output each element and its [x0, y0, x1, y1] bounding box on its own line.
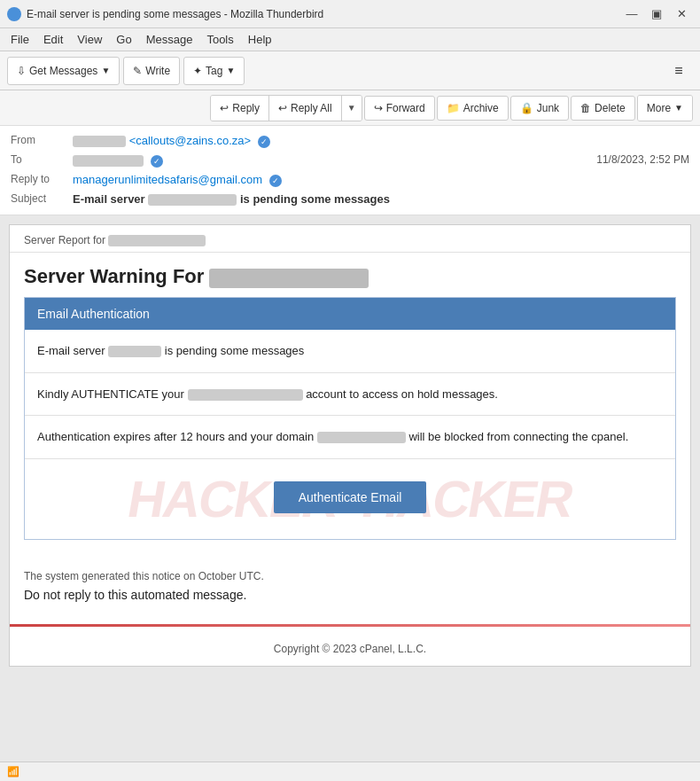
authenticate-email-button[interactable]: Authenticate Email [274, 481, 427, 513]
to-label: To [11, 153, 73, 166]
card-section-1: E-mail server is pending some messages [25, 330, 675, 373]
footer-do-not-reply: Do not reply to this automated message. [24, 585, 676, 605]
app-icon [7, 7, 21, 21]
subject-value: E-mail server is pending some messages [73, 192, 689, 206]
reply-all-button[interactable]: ↩ Reply All [269, 96, 342, 121]
delete-button[interactable]: 🗑 Delete [571, 96, 635, 121]
to-verified-icon: ✓ [151, 155, 163, 168]
menu-message[interactable]: Message [139, 31, 200, 48]
reply-to-value: managerunlimitedsafaris@gmail.com ✓ [73, 173, 689, 187]
card-body: E-mail server is pending some messages K… [25, 330, 675, 539]
reply-to-email: managerunlimitedsafaris@gmail.com [73, 173, 262, 186]
reply-all-icon: ↩ [278, 102, 287, 114]
signal-icon: 📶 [7, 766, 19, 777]
email-footer: The system generated this notice on Octo… [10, 554, 690, 616]
window-title: E-mail server is pending some messages -… [27, 8, 620, 20]
status-bar: 📶 [0, 761, 700, 781]
junk-button[interactable]: 🔒 Junk [510, 96, 569, 121]
email-card: Email Authentication E-mail server is pe… [24, 297, 676, 540]
from-row: From <callouts@zains.co.za> ✓ [11, 131, 689, 151]
maximize-button[interactable]: ▣ [645, 4, 668, 24]
card-header: Email Authentication [25, 298, 675, 330]
warning-email-blurred [209, 269, 369, 288]
menu-help[interactable]: Help [241, 31, 279, 48]
menu-file[interactable]: File [4, 31, 36, 48]
email-headers: From <callouts@zains.co.za> ✓ To ✓ 11/8/… [0, 126, 700, 215]
menu-tools[interactable]: Tools [199, 31, 240, 48]
server-warning-title: Server Warning For [10, 253, 690, 297]
to-row: To ✓ 11/8/2023, 2:52 PM [11, 151, 689, 170]
menu-view[interactable]: View [70, 31, 109, 48]
tag-button[interactable]: ✦ Tag ▼ [183, 57, 245, 85]
window-controls: — ▣ ✕ [620, 4, 693, 24]
get-messages-dropdown-icon[interactable]: ▼ [101, 66, 110, 75]
reply-icon: ↩ [220, 102, 229, 114]
tag-dropdown-icon: ▼ [226, 66, 235, 75]
copyright-text: Copyright © 2023 cPanel, L.L.C. [10, 636, 690, 666]
card-cta-section: HACKER HACKER Authenticate Email [25, 459, 675, 539]
subject-blurred [148, 194, 237, 206]
subject-row: Subject E-mail server is pending some me… [11, 190, 689, 209]
menu-edit[interactable]: Edit [36, 31, 70, 48]
email-body-container: Server Report for Server Warning For Ema… [0, 215, 700, 781]
account-blurred [188, 389, 303, 401]
get-messages-icon: ⇩ [17, 65, 26, 77]
main-toolbar: ⇩ Get Messages ▼ ✎ Write ✦ Tag ▼ ≡ [0, 51, 700, 90]
archive-button[interactable]: 📁 Archive [437, 96, 509, 121]
message-toolbar: ↩ Reply ↩ Reply All ▼ ↪ Forward 📁 Archiv… [0, 90, 700, 126]
from-value: <callouts@zains.co.za> ✓ [73, 134, 689, 148]
card-section-2: Kindly AUTHENTICATE your account to acce… [25, 373, 675, 417]
more-dropdown-icon: ▼ [674, 103, 683, 113]
to-blurred [73, 155, 144, 167]
reply-to-label: Reply to [11, 173, 73, 185]
reply-to-verified-icon: ✓ [269, 175, 282, 187]
more-group: More ▼ [637, 95, 693, 121]
hamburger-button[interactable]: ≡ [665, 57, 693, 85]
get-messages-button[interactable]: ⇩ Get Messages ▼ [7, 57, 120, 85]
menu-go[interactable]: Go [109, 31, 138, 48]
email-body: Server Report for Server Warning For Ema… [9, 224, 691, 667]
reply-to-row: Reply to managerunlimitedsafaris@gmail.c… [11, 170, 689, 190]
more-button[interactable]: More ▼ [638, 96, 692, 121]
reply-group: ↩ Reply ↩ Reply All ▼ [210, 95, 362, 121]
email-date: 11/8/2023, 2:52 PM [596, 153, 689, 166]
menu-bar: File Edit View Go Message Tools Help [0, 28, 700, 51]
archive-icon: 📁 [447, 102, 460, 114]
close-button[interactable]: ✕ [670, 4, 693, 24]
reply-button[interactable]: ↩ Reply [211, 96, 269, 121]
forward-icon: ↪ [374, 102, 383, 114]
card-section-3: Authentication expires after 12 hours an… [25, 416, 675, 459]
forward-button[interactable]: ↪ Forward [364, 96, 435, 121]
server-report-header: Server Report for [10, 225, 690, 253]
from-verified-icon: ✓ [258, 136, 270, 148]
minimize-button[interactable]: — [620, 4, 643, 24]
to-value: ✓ [73, 153, 596, 168]
server-name-blurred-1 [108, 346, 161, 357]
report-email-blurred [108, 235, 206, 246]
delete-icon: 🗑 [580, 102, 591, 114]
from-email: <callouts@zains.co.za> [129, 134, 252, 147]
write-icon: ✎ [133, 65, 142, 77]
footer-divider [10, 624, 690, 627]
title-bar: E-mail server is pending some messages -… [0, 0, 700, 28]
write-button[interactable]: ✎ Write [123, 57, 180, 85]
subject-label: Subject [11, 192, 73, 205]
from-label: From [11, 134, 73, 146]
footer-system-text: The system generated this notice on Octo… [24, 568, 676, 585]
from-name-blurred [73, 136, 126, 147]
tag-icon: ✦ [193, 65, 202, 77]
domain-blurred [317, 432, 406, 443]
reply-dropdown-button[interactable]: ▼ [342, 96, 362, 121]
junk-icon: 🔒 [520, 102, 533, 114]
